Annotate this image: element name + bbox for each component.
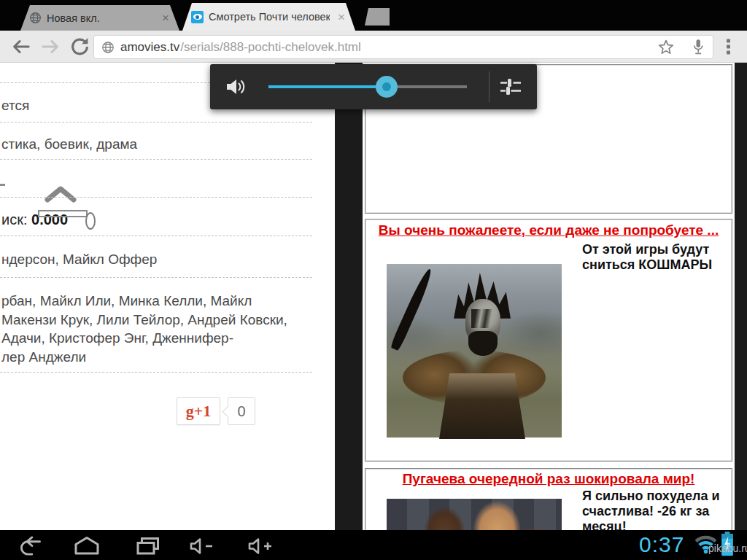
genres-line: стика, боевик, драма	[1, 136, 137, 152]
voice-search-mic-icon[interactable]	[691, 38, 705, 57]
tab-title: Смотреть Почти человек	[209, 11, 330, 23]
ad-text-line: От этой игры будут	[582, 242, 712, 257]
nav-volume-up-icon[interactable]	[247, 536, 279, 556]
globe-icon	[29, 12, 42, 24]
info-line-cut: ется	[1, 98, 29, 114]
menu-icon[interactable]	[727, 39, 730, 54]
nav-home-icon[interactable]	[73, 536, 101, 555]
actors-line: рбан, Майкл Или, Минка Келли, Майкл	[1, 292, 287, 311]
skyrim-antler-shape	[390, 267, 435, 351]
dashed-divider	[0, 197, 312, 198]
site-favicon-eye-icon	[191, 11, 204, 23]
ad-text: Я сильно похудела и счастлива! -26 кг за…	[582, 489, 720, 530]
chevron-up-widget-icon	[44, 184, 77, 204]
ad-image-skyrim-character[interactable]	[387, 264, 562, 438]
bookmark-star-icon[interactable]	[657, 39, 675, 56]
volume-overlay	[210, 64, 537, 109]
nav-recents-icon[interactable]	[134, 536, 162, 555]
browser-toolbar: amovies.tv/serials/888-pochti-chelovek.h…	[0, 31, 747, 63]
dashed-divider	[0, 372, 312, 373]
text-fragment	[0, 184, 5, 186]
actors-line: лер Анджели	[1, 348, 287, 367]
dashed-divider	[0, 236, 312, 236]
google-plus-one-button[interactable]: g+1	[177, 397, 220, 425]
nav-back-icon[interactable]	[17, 536, 43, 556]
ad-block-game[interactable]: Вы очень пожалеете, если даже не попробу…	[365, 219, 732, 462]
status-clock: 0:37	[639, 532, 684, 557]
actors-line: Адачи, Кристофер Энг, Дженнифер-	[1, 329, 287, 348]
tab-amovies[interactable]: Смотреть Почти человек ×	[182, 3, 355, 31]
volume-slider-thumb[interactable]	[376, 76, 398, 98]
actors-list: рбан, Майкл Или, Минка Келли, Майкл Маке…	[1, 292, 287, 366]
tab-strip: Новая вкл. × Смотреть Почти человек ×	[0, 0, 747, 31]
android-navbar: 0:37	[0, 530, 747, 560]
ad-text-line: счастлива! -26 кг за	[582, 504, 720, 519]
volume-slider[interactable]	[268, 85, 467, 88]
ads-column: Вы очень пожалеете, если даже не попробу…	[363, 63, 735, 530]
producers-line: ндерсон, Майкл Оффер	[1, 252, 157, 268]
ad-text-line: Я сильно похудела и	[582, 489, 720, 504]
url-bar[interactable]: amovies.tv/serials/888-pochti-chelovek.h…	[93, 35, 713, 59]
globe-icon	[101, 41, 115, 54]
tablet-screen: Новая вкл. × Смотреть Почти человек ×	[0, 0, 747, 560]
web-page: ется стика, боевик, драма иск: 0.000 нде…	[0, 63, 747, 530]
google-plus-count[interactable]: 0	[228, 397, 255, 425]
skyrim-torso-shape	[439, 373, 525, 439]
refresh-icon[interactable]	[70, 36, 90, 56]
ad-image-women[interactable]	[387, 499, 562, 530]
dashed-divider	[0, 277, 312, 278]
pikabu-watermark: pikabu.ru	[708, 542, 747, 554]
ad-title[interactable]: Пугачева очередной раз шокировала мир!	[365, 471, 732, 487]
ad-text: От этой игры будут сниться КОШМАРЫ	[582, 242, 712, 273]
dashed-divider	[0, 122, 312, 122]
nav-volume-down-icon[interactable]	[188, 536, 219, 556]
rating-bar-artifact	[38, 210, 88, 217]
volume-settings-icon[interactable]	[499, 77, 522, 97]
speaker-icon	[225, 76, 248, 98]
volume-slider-fill	[268, 85, 386, 88]
ad-text-line: сниться КОШМАРЫ	[582, 257, 712, 273]
ad-block-diet[interactable]: Пугачева очередной раз шокировала мир! Я…	[365, 468, 732, 530]
movie-info-panel: ется стика, боевик, драма иск: 0.000 нде…	[0, 63, 335, 530]
actors-line: Макензи Крук, Лили Тейлор, Андрей Ковски…	[1, 311, 287, 330]
new-tab-button[interactable]	[365, 8, 390, 26]
rating-oval-artifact	[85, 212, 96, 230]
close-icon[interactable]: ×	[159, 10, 172, 26]
forward-icon[interactable]	[40, 36, 62, 57]
ad-title[interactable]: Вы очень пожалеете, если даже не попробу…	[365, 222, 732, 238]
url-path: /serials/888-pochti-chelovek.html	[180, 40, 651, 55]
tab-new-tab[interactable]: Новая вкл. ×	[20, 5, 179, 31]
back-icon[interactable]	[9, 36, 31, 57]
ad-text-line: месяц!	[582, 519, 720, 530]
divider	[489, 71, 489, 102]
tab-title: Новая вкл.	[47, 12, 154, 24]
rating-label: иск:	[1, 211, 27, 228]
close-icon[interactable]: ×	[335, 9, 348, 25]
url-host: amovies.tv	[120, 40, 179, 55]
skyrim-beard-shape	[468, 331, 498, 356]
dashed-divider	[0, 159, 312, 160]
